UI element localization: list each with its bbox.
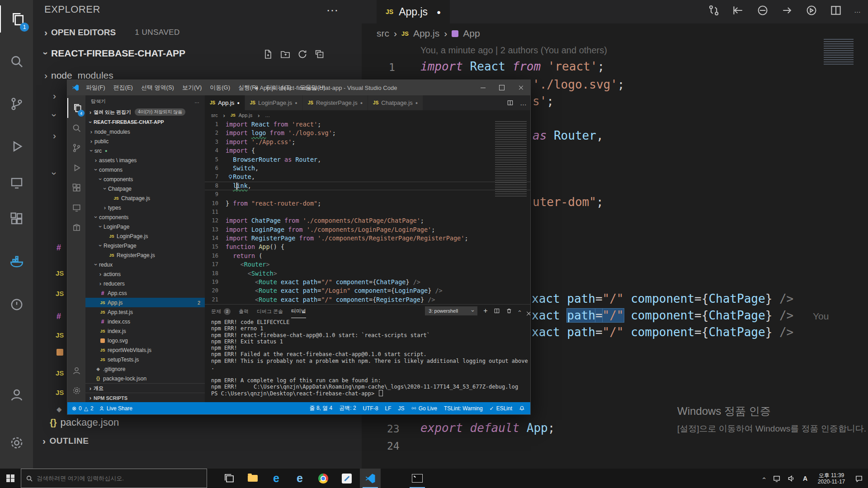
remote-explorer-icon[interactable]	[67, 197, 85, 217]
bg-code-frag-route-2[interactable]: xact path="/" component={ChatPage} />	[532, 309, 793, 322]
breadcrumb[interactable]: src › JS App.js › …	[205, 110, 530, 120]
bg-search-icon[interactable]	[0, 48, 33, 75]
code-line-12[interactable]: 12import ChatPage from './components/Cha…	[205, 216, 530, 225]
tree-item-assets \ images[interactable]: ›assets \ images	[85, 155, 205, 165]
tree-item-setupTests.js[interactable]: JSsetupTests.js	[85, 355, 205, 364]
bg-code-frag-router[interactable]: as Router,	[533, 129, 604, 142]
bg-explorer-icon[interactable]: 1	[0, 5, 34, 33]
panel-tab-문제[interactable]: 문제2	[211, 305, 231, 318]
code-line-20[interactable]: 20 <Route exact path="/Login" component=…	[205, 286, 530, 295]
encoding[interactable]: UTF-8	[363, 405, 378, 412]
code-line-7[interactable]: 7 Route,	[205, 173, 530, 181]
tree-item-App.test.js[interactable]: JSApp.test.js	[85, 307, 205, 317]
breadcrumb-root[interactable]: src	[211, 113, 218, 118]
bg-settings-gear-icon[interactable]	[0, 429, 33, 456]
code-line-16[interactable]: 16 return (	[205, 252, 530, 260]
taskbar-clock[interactable]: 오후 11:39 2020-11-17	[812, 469, 851, 488]
refresh-icon[interactable]	[297, 49, 308, 60]
run-icon[interactable]	[805, 4, 818, 17]
run-debug-icon[interactable]	[67, 158, 85, 178]
tree-item-commons[interactable]: ›commons	[85, 165, 205, 174]
tree-item-.gitignore[interactable]: ◆.gitignore	[85, 364, 205, 374]
new-terminal-icon[interactable]: +	[483, 309, 487, 313]
split-editor-icon[interactable]	[830, 4, 842, 17]
code-line-18[interactable]: 18 <Switch>	[205, 269, 530, 278]
ime-indicator[interactable]: A	[798, 469, 812, 488]
more-actions-icon[interactable]: …	[194, 99, 199, 104]
code-line-14[interactable]: 14import RegisterPage from './components…	[205, 234, 530, 243]
minimize-button[interactable]	[473, 80, 492, 95]
npm-scripts-section[interactable]: › NPM SCRIPTS	[85, 393, 205, 402]
code-line-9[interactable]: 9	[205, 190, 530, 199]
panel-tab-디버그 콘솔[interactable]: 디버그 콘솔	[257, 305, 283, 318]
source-control-icon[interactable]	[67, 138, 85, 158]
internet-explorer-button[interactable]: e	[289, 469, 310, 488]
bg-code-export-line[interactable]: export default App;	[420, 421, 555, 435]
package-icon[interactable]	[67, 217, 85, 237]
editor-tab-Chatpage.js[interactable]: JSChatpage.js●	[368, 95, 423, 110]
tree-item-types[interactable]: ›types	[85, 203, 205, 212]
eol-sequence[interactable]: LF	[385, 405, 392, 412]
tree-item-RegisterPage.js[interactable]: JSRegisterPage.js	[85, 250, 205, 260]
code-line-21[interactable]: 21 <Route exact path="/" component={Regi…	[205, 296, 530, 304]
open-editors-row[interactable]: › 열려 있는 편집기 4이(가) 저장되지 않음	[85, 107, 205, 117]
code-editor[interactable]: 1import React from 'react';2import logo …	[205, 120, 530, 304]
tree-item-Chatpage.js[interactable]: JSChatpage.js	[85, 193, 205, 203]
explorer-icon[interactable]: 4	[67, 98, 86, 118]
code-line-8[interactable]: 8 link,	[205, 182, 530, 190]
sync-icon[interactable]	[708, 4, 720, 17]
bg-breadcrumb[interactable]: src › JS App.js › App	[377, 26, 480, 41]
menu-실행(R)[interactable]: 실행(R)	[234, 80, 262, 95]
breadcrumb-file[interactable]: App.js	[413, 28, 439, 39]
new-folder-icon[interactable]	[280, 49, 291, 60]
tree-item-components[interactable]: ›components	[85, 212, 205, 222]
maximize-panel-icon[interactable]: ›	[515, 310, 522, 312]
bg-run-debug-icon[interactable]	[0, 133, 33, 160]
live-share-button[interactable]: Live Share	[99, 405, 132, 412]
bg-code-frag-route-1[interactable]: xact path="/" component={ChatPage} />	[532, 292, 793, 305]
breadcrumb-symbol[interactable]: …	[265, 113, 270, 118]
task-view-button[interactable]	[219, 469, 240, 488]
new-file-icon[interactable]	[263, 49, 274, 60]
code-line-1[interactable]: 1import React from 'react';	[205, 120, 530, 129]
bg-open-editors-row[interactable]: › OPEN EDITORS 1 UNSAVED	[44, 27, 180, 38]
forward-icon[interactable]	[781, 4, 793, 17]
menu-보기(V)[interactable]: 보기(V)	[178, 80, 206, 95]
go-live-button[interactable]: Go Live	[411, 405, 437, 412]
project-root-row[interactable]: › REACT-FIREBASE-CHAT-APP	[85, 117, 205, 127]
bg-code-frag-css[interactable]: s';	[533, 94, 554, 108]
editor-tab-RegisterPage.js[interactable]: JSRegisterPage.js●	[303, 95, 368, 110]
terminal-app-button[interactable]	[407, 469, 428, 488]
code-line-19[interactable]: 19 <Route exact path="/" component={Chat…	[205, 278, 530, 286]
tree-item-LoginPage[interactable]: ›LoginPage	[85, 222, 205, 231]
cursor-position[interactable]: 줄 8, 열 4	[310, 404, 333, 412]
code-line-4[interactable]: 4import {	[205, 146, 530, 155]
code-line-3[interactable]: 3import './App.css';	[205, 138, 530, 146]
search-input[interactable]	[33, 474, 207, 482]
panel-tab-출력[interactable]: 출력	[239, 305, 249, 318]
code-line-17[interactable]: 17 <Router>	[205, 260, 530, 269]
title-bar[interactable]: 파일(F)편집(E)선택 영역(S)보기(V)이동(G)실행(R)터미널(T)도…	[67, 80, 530, 95]
file-explorer-button[interactable]	[242, 469, 263, 488]
tree-item-logo.svg[interactable]: logo.svg	[85, 336, 205, 345]
code-line-15[interactable]: 15function App() {	[205, 243, 530, 251]
network-icon[interactable]	[769, 469, 784, 488]
bg-project-row[interactable]: › REACT-FIREBASE-CHAT-APP	[44, 48, 185, 59]
bg-minimap[interactable]	[824, 39, 854, 66]
bg-docker-icon[interactable]	[0, 248, 33, 275]
editor-tab-LoginPage.js[interactable]: JSLoginPage.js●	[245, 95, 303, 110]
back-icon[interactable]	[732, 4, 745, 17]
code-line-11[interactable]: 11	[205, 208, 530, 216]
extensions-icon[interactable]	[67, 178, 85, 197]
tree-item-index.css[interactable]: #index.css	[85, 317, 205, 326]
more-actions-icon[interactable]: …	[520, 101, 527, 105]
problems-status[interactable]: ⊗ 0 △ 2	[72, 405, 94, 412]
taskbar-search[interactable]	[21, 469, 207, 488]
breadcrumb-root[interactable]: src	[377, 28, 389, 39]
search-icon[interactable]	[67, 118, 85, 138]
language-mode[interactable]: JS	[398, 405, 405, 412]
bg-tree-item-package-json[interactable]: {} package.json	[50, 417, 119, 428]
outline-section[interactable]: › 개요	[85, 383, 205, 393]
tree-item-Chatpage[interactable]: ›Chatpage	[85, 184, 205, 193]
code-line-13[interactable]: 13import LoginPage from './components/Lo…	[205, 225, 530, 234]
